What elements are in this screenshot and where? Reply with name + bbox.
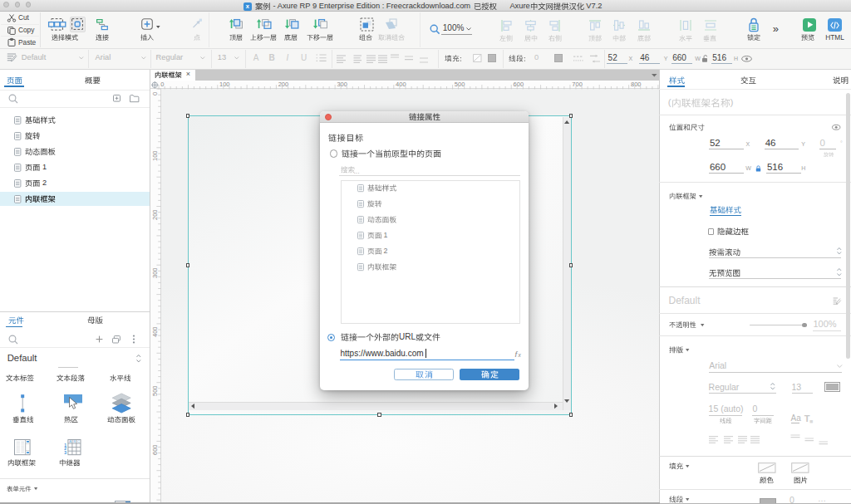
svg-text:3: 3 [64,450,66,455]
svg-text:C: C [77,440,80,443]
